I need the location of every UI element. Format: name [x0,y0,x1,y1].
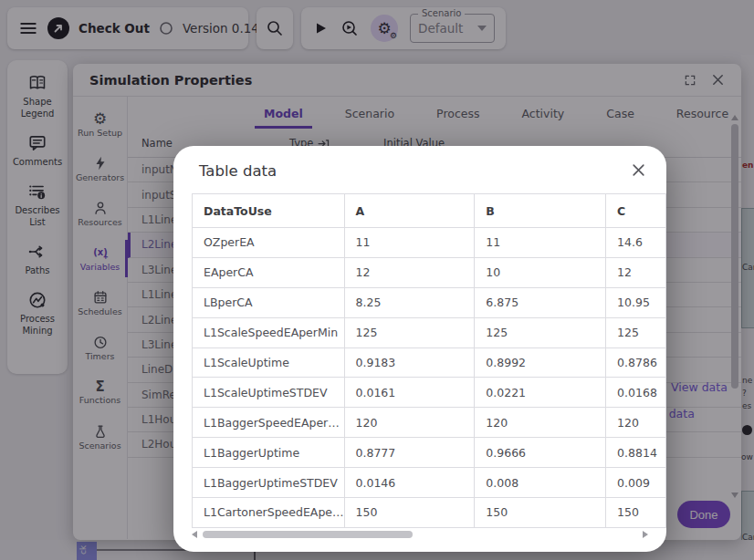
cell-c[interactable]: 0.8786 [606,347,666,378]
modal-title: Table data [199,162,277,180]
table-row[interactable]: L1BaggerUptimeSTDEV0.01460.0080.009 [193,468,666,498]
table-row[interactable]: L1ScaleUptime0.91830.89920.8786 [193,347,666,378]
cell-c[interactable]: 0.8814 [606,438,666,468]
col-b[interactable]: B [475,194,606,228]
cell-name[interactable]: LBperCA [193,287,345,317]
cell-a[interactable]: 11 [344,228,475,258]
table-header-row: DataToUse A B C [193,194,666,228]
cell-b[interactable]: 0.9666 [475,438,606,468]
cell-b[interactable]: 11 [475,228,606,258]
table-row[interactable]: L1ScaleSpeedEAperMin125125125 [193,317,666,347]
table-row[interactable]: EAperCA121012 [193,257,666,287]
table-data-modal: Table data DataToUse A B C OZperEA111114… [173,146,666,552]
cell-c[interactable]: 12 [606,257,666,287]
cell-a[interactable]: 125 [344,317,475,347]
modal-close-icon[interactable] [631,162,646,178]
cell-name[interactable]: L1BaggerSpeedEAper… [193,408,345,438]
cell-a[interactable]: 0.8777 [344,438,475,468]
cell-name[interactable]: EAperCA [193,257,345,287]
table-row[interactable]: L1BaggerUptime0.87770.96660.8814 [193,438,666,468]
horizontal-scrollbar[interactable] [192,529,648,540]
table-data-grid: DataToUse A B C OZperEA111114.6 EAperCA1… [192,193,666,528]
cell-c[interactable]: 10.95 [606,287,666,317]
app-root: en Car ne ? es ow Car ck P Check Out Ver… [0,0,754,560]
cell-a[interactable]: 120 [344,408,475,438]
cell-a[interactable]: 150 [344,498,475,528]
scroll-right-arrow[interactable] [643,531,648,538]
table-row[interactable]: LBperCA8.256.87510.95 [193,287,666,317]
cell-b[interactable]: 120 [475,408,606,438]
cell-c[interactable]: 120 [606,408,666,438]
table-row[interactable]: L1ScaleUptimeSTDEV0.01610.02210.0168 [193,378,666,408]
table-row[interactable]: L1BaggerSpeedEAper…120120120 [193,408,666,438]
cell-b[interactable]: 0.008 [475,468,606,498]
cell-b[interactable]: 6.875 [475,287,606,317]
cell-a[interactable]: 0.0146 [344,468,475,498]
cell-name[interactable]: L1BaggerUptime [193,438,345,468]
cell-name[interactable]: L1ScaleSpeedEAperMin [193,317,345,347]
cell-c[interactable]: 14.6 [606,228,666,258]
cell-a[interactable]: 0.9183 [344,347,475,378]
cell-a[interactable]: 8.25 [344,287,475,317]
table-row[interactable]: L1CartonerSpeedEApe…150150150 [193,498,666,528]
col-datatouse[interactable]: DataToUse [193,194,345,228]
col-a[interactable]: A [344,194,475,228]
cell-name[interactable]: L1ScaleUptimeSTDEV [193,378,345,408]
cell-a[interactable]: 12 [344,257,475,287]
cell-name[interactable]: OZperEA [193,228,345,258]
cell-name[interactable]: L1CartonerSpeedEApe… [193,498,345,528]
cell-a[interactable]: 0.0161 [344,378,475,408]
cell-b[interactable]: 0.8992 [475,347,606,378]
scroll-left-arrow[interactable] [192,531,197,538]
cell-name[interactable]: L1BaggerUptimeSTDEV [193,468,345,498]
cell-b[interactable]: 10 [475,257,606,287]
cell-c[interactable]: 0.009 [606,468,666,498]
cell-c[interactable]: 125 [606,317,666,347]
cell-b[interactable]: 125 [475,317,606,347]
table-row[interactable]: OZperEA111114.6 [193,228,666,258]
scroll-thumb[interactable] [203,531,413,538]
cell-name[interactable]: L1ScaleUptime [193,347,345,378]
cell-b[interactable]: 0.0221 [475,378,606,408]
col-c[interactable]: C [606,194,666,228]
cell-b[interactable]: 150 [475,498,606,528]
cell-c[interactable]: 0.0168 [606,378,666,408]
cell-c[interactable]: 150 [606,498,666,528]
